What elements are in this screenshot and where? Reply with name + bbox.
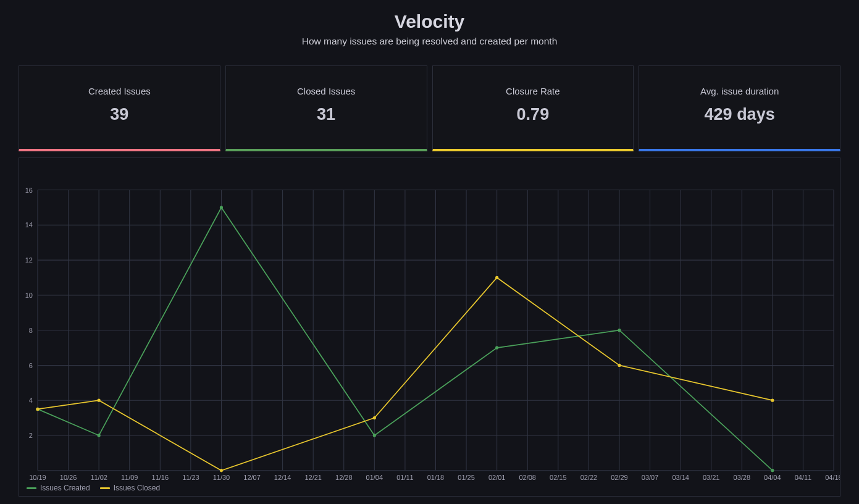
- svg-text:01/11: 01/11: [396, 474, 413, 481]
- legend-swatch: [27, 487, 36, 489]
- card-label: Closure Rate: [437, 86, 630, 96]
- svg-point-83: [618, 364, 621, 367]
- svg-point-84: [771, 399, 774, 402]
- svg-text:11/23: 11/23: [182, 474, 199, 481]
- svg-text:02/01: 02/01: [488, 474, 505, 481]
- svg-text:02/15: 02/15: [550, 474, 566, 481]
- card-label: Closed Issues: [230, 86, 423, 96]
- svg-point-77: [771, 469, 774, 472]
- svg-point-81: [373, 416, 376, 419]
- legend-label: Issues Created: [40, 484, 90, 492]
- chart-svg: 24681012141610/1910/2611/0211/0911/1611/…: [19, 158, 840, 496]
- svg-text:01/04: 01/04: [366, 474, 383, 481]
- svg-point-76: [618, 329, 621, 332]
- svg-text:2: 2: [29, 432, 33, 439]
- svg-text:10/26: 10/26: [60, 474, 77, 481]
- legend-swatch: [100, 487, 110, 489]
- svg-text:01/25: 01/25: [458, 474, 474, 481]
- svg-text:03/14: 03/14: [672, 474, 689, 481]
- svg-text:11/30: 11/30: [213, 474, 230, 481]
- svg-text:02/22: 02/22: [580, 474, 597, 481]
- card-closed-issues[interactable]: Closed Issues 31: [225, 65, 427, 151]
- svg-text:10/19: 10/19: [29, 474, 46, 481]
- svg-text:12/21: 12/21: [304, 474, 321, 481]
- svg-text:01/18: 01/18: [427, 474, 444, 481]
- velocity-chart[interactable]: 24681012141610/1910/2611/0211/0911/1611/…: [19, 158, 840, 497]
- svg-text:12: 12: [25, 256, 33, 264]
- svg-text:14: 14: [25, 221, 33, 229]
- card-created-issues[interactable]: Created Issues 39: [19, 65, 220, 151]
- card-avg-duration[interactable]: Avg. issue duration 429 days: [639, 65, 840, 151]
- svg-text:16: 16: [25, 187, 33, 194]
- svg-text:4: 4: [29, 397, 33, 404]
- card-value: 39: [23, 105, 216, 124]
- svg-text:11/09: 11/09: [121, 474, 138, 481]
- svg-point-72: [98, 434, 101, 437]
- legend-item-closed[interactable]: Issues Closed: [100, 484, 160, 492]
- svg-text:03/07: 03/07: [642, 474, 658, 481]
- card-value: 429 days: [643, 105, 836, 124]
- svg-text:02/29: 02/29: [611, 474, 627, 481]
- svg-text:11/16: 11/16: [152, 474, 169, 481]
- svg-point-82: [495, 276, 498, 279]
- svg-text:12/14: 12/14: [274, 474, 291, 481]
- svg-text:04/11: 04/11: [795, 474, 811, 481]
- svg-point-73: [220, 206, 223, 209]
- svg-text:6: 6: [29, 361, 33, 369]
- svg-text:12/07: 12/07: [243, 474, 260, 481]
- svg-text:03/28: 03/28: [734, 474, 750, 481]
- svg-text:02/08: 02/08: [519, 474, 535, 481]
- summary-cards: Created Issues 39 Closed Issues 31 Closu…: [0, 47, 859, 151]
- card-value: 0.79: [437, 105, 630, 124]
- svg-text:10: 10: [25, 292, 33, 299]
- svg-text:04/04: 04/04: [764, 474, 781, 481]
- svg-text:12/28: 12/28: [335, 474, 352, 481]
- page-title: Velocity: [0, 11, 859, 32]
- svg-text:04/18: 04/18: [825, 474, 840, 481]
- legend-label: Issues Closed: [114, 484, 160, 492]
- svg-point-79: [98, 399, 101, 402]
- svg-text:03/21: 03/21: [703, 474, 719, 481]
- svg-text:11/02: 11/02: [90, 474, 107, 481]
- svg-point-74: [373, 434, 376, 437]
- chart-legend: Issues Created Issues Closed: [27, 484, 160, 492]
- svg-text:8: 8: [29, 327, 33, 334]
- page-subtitle: How many issues are being resolved and c…: [0, 36, 859, 47]
- page-header: Velocity How many issues are being resol…: [0, 0, 859, 47]
- svg-point-78: [36, 408, 39, 411]
- legend-item-created[interactable]: Issues Created: [27, 484, 90, 492]
- card-value: 31: [230, 105, 423, 124]
- svg-point-75: [495, 346, 498, 349]
- card-label: Avg. issue duration: [643, 86, 836, 96]
- svg-point-80: [220, 469, 223, 472]
- card-label: Created Issues: [23, 86, 216, 96]
- card-closure-rate[interactable]: Closure Rate 0.79: [432, 65, 634, 151]
